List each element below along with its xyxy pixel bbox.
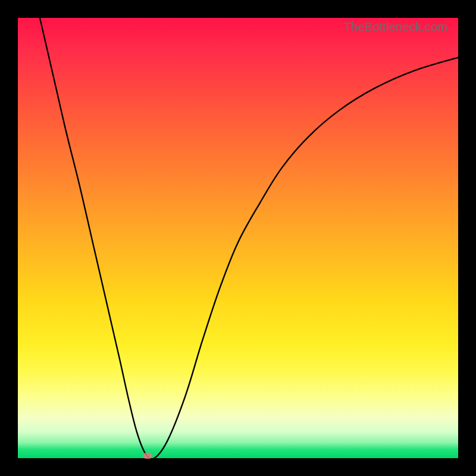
chart-frame: TheBottleneck.com [0,0,476,476]
bottleneck-curve [18,18,458,458]
minimum-marker [143,453,152,459]
plot-area: TheBottleneck.com [18,18,458,458]
